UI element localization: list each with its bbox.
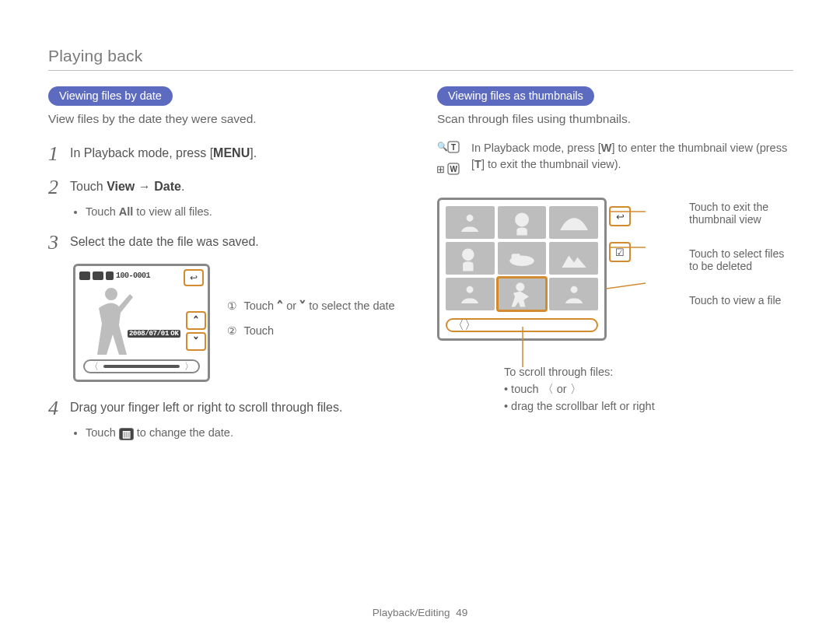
exit-thumbnail-icon[interactable]: ↩ — [609, 206, 631, 226]
step4-bullet: Touch ▥ to change the date. — [86, 426, 406, 440]
thumbnail[interactable] — [446, 206, 495, 239]
storage-icon — [106, 271, 114, 280]
thumbnail-selected[interactable] — [498, 278, 547, 310]
svg-line-10 — [607, 283, 646, 297]
step-number-4: 4 — [48, 394, 70, 422]
callout-exit-thumbnail: Touch to exit the thumbnail view — [689, 201, 793, 226]
screen-callouts: ① Touch ˄ or ˅ to select the date ② Touc… — [227, 298, 394, 340]
thumbnail[interactable] — [446, 242, 495, 275]
intro-text: View files by the date they were saved. — [48, 112, 406, 126]
step-2-text: Touch View → Date. — [70, 173, 184, 201]
scroll-right-icon[interactable]: 〉 — [184, 360, 194, 373]
date-label: 2008/07/01 — [128, 330, 170, 338]
step-number-2: 2 — [48, 173, 70, 201]
callout-delete-select: Touch to select files to be deleted — [689, 247, 793, 272]
svg-rect-7 — [512, 254, 520, 259]
zoom-icons: 🔍 T ⊞ W — [437, 140, 462, 184]
chevron-right-icon: 〉 — [570, 381, 582, 398]
subheading-viewing-thumbnails: Viewing files as thumbnails — [437, 86, 594, 106]
right-column: Viewing files as thumbnails Scan through… — [437, 86, 793, 451]
thumbnail[interactable] — [446, 278, 495, 310]
callout-view-file: Touch to view a file — [689, 294, 793, 306]
down-button[interactable]: ˅ — [186, 332, 206, 351]
file-number-label: 100-0001 — [116, 271, 150, 280]
left-column: Viewing files by date View files by the … — [48, 86, 406, 451]
chevron-down-icon: ˅ — [299, 298, 306, 315]
callout-number-1-icon: ① — [227, 298, 237, 315]
silhouette-image — [89, 285, 136, 356]
svg-text:⊞: ⊞ — [437, 163, 445, 175]
scroll-right-icon[interactable]: 〉 — [464, 317, 477, 334]
play-icon — [79, 271, 90, 280]
page-footer: Playback/Editing 49 — [0, 607, 840, 618]
step-number-1: 1 — [48, 140, 70, 167]
step-3-text: Select the date the file was saved. — [70, 229, 259, 256]
thumbnail-scrollbar[interactable]: 〈 〉 — [446, 318, 598, 332]
step-number-3: 3 — [48, 229, 70, 256]
scroll-left-icon[interactable]: 〈 — [89, 360, 99, 373]
thumbnail[interactable] — [498, 206, 547, 239]
scroll-instructions: To scroll through files: • touch 〈 or 〉 … — [504, 364, 793, 415]
delete-select-icon[interactable]: ☑ — [609, 242, 631, 262]
chevron-left-icon: 〈 — [542, 381, 554, 398]
battery-icon — [93, 271, 103, 280]
scroll-left-icon[interactable]: 〈 — [452, 317, 464, 334]
section-title: Playing back — [48, 47, 793, 71]
thumbnail[interactable] — [549, 278, 598, 310]
thumbnail-screen-mock: 〈 〉 ↩ ☑ — [437, 198, 607, 341]
svg-text:W: W — [450, 165, 458, 173]
thumbnail-callouts: Touch to exit the thumbnail view Touch t… — [689, 201, 793, 306]
thumbnail[interactable] — [549, 206, 598, 239]
back-icon[interactable]: ↩ — [184, 269, 204, 286]
ok-label: OK — [169, 330, 180, 338]
step-1-text: In Playback mode, press [MENU]. — [70, 140, 257, 167]
step2-bullet: Touch All to view all files. — [86, 205, 406, 218]
step-4-text: Drag your finger left or right to scroll… — [70, 394, 342, 422]
thumbnail[interactable] — [549, 242, 598, 275]
up-button[interactable]: ˄ — [186, 311, 206, 330]
svg-text:T: T — [451, 143, 456, 152]
svg-text:🔍: 🔍 — [437, 141, 448, 152]
right-intro: Scan through files using thumbnails. — [437, 112, 793, 126]
thumbnail[interactable] — [498, 242, 547, 275]
scroll-bar[interactable]: 〈 〉 — [83, 359, 200, 373]
camera-screen-mock: 100-0001 ↩ 2008/07/01 OK ˄ ˅ 〈 — [73, 264, 210, 382]
chevron-up-icon: ˄ — [276, 298, 284, 315]
tw-note: In Playback mode, press [W] to enter the… — [471, 140, 793, 173]
calendar-icon: ▥ — [119, 428, 134, 440]
callout-number-2-icon: ② — [227, 323, 237, 340]
subheading-viewing-by-date: Viewing files by date — [48, 86, 173, 106]
